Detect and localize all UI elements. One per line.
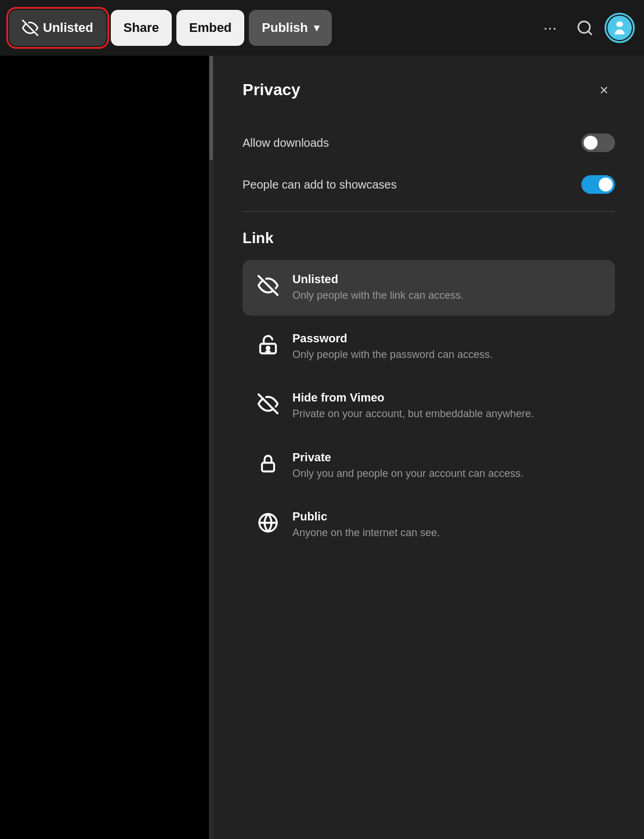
hide-from-vimeo-option-title: Hide from Vimeo <box>292 391 534 404</box>
allow-downloads-toggle[interactable] <box>581 133 615 152</box>
divider <box>243 211 615 212</box>
publish-label: Publish <box>262 20 307 35</box>
hide-from-vimeo-option-desc: Private on your account, but embeddable … <box>292 407 534 421</box>
public-option-text: Public Anyone on the internet can see. <box>292 510 440 540</box>
hide-from-vimeo-option-icon <box>256 392 280 415</box>
close-button[interactable]: × <box>593 79 615 101</box>
publish-button[interactable]: Publish ▾ <box>249 10 331 46</box>
toggle-knob <box>584 136 598 150</box>
more-options-button[interactable]: ··· <box>535 13 565 43</box>
svg-line-2 <box>588 31 591 34</box>
unlisted-option-text: Unlisted Only people with the link can a… <box>292 273 464 303</box>
showcases-toggle[interactable] <box>581 175 615 194</box>
unlisted-label: Unlisted <box>43 20 93 35</box>
main-area: Privacy × Allow downloads People can add… <box>0 56 644 839</box>
share-label: Share <box>124 20 159 35</box>
scrollbar-thumb <box>209 56 213 160</box>
private-option-icon <box>256 452 280 475</box>
password-option-text: Password Only people with the password c… <box>292 332 493 362</box>
password-option-icon <box>256 333 280 356</box>
private-option-text: Private Only you and people on your acco… <box>292 451 523 481</box>
hide-from-vimeo-option[interactable]: Hide from Vimeo Private on your account,… <box>243 378 615 434</box>
svg-point-5 <box>621 24 623 25</box>
avatar[interactable] <box>605 13 635 43</box>
toggle-knob <box>599 178 613 191</box>
embed-label: Embed <box>189 20 231 35</box>
hide-from-vimeo-option-text: Hide from Vimeo Private on your account,… <box>292 391 534 421</box>
avatar-face <box>607 16 632 40</box>
public-option-icon <box>256 511 280 534</box>
allow-downloads-label: Allow downloads <box>243 136 329 150</box>
showcases-row: People can add to showcases <box>243 164 615 205</box>
scrollbar-track[interactable] <box>209 56 214 839</box>
unlisted-option[interactable]: Unlisted Only people with the link can a… <box>243 260 615 316</box>
unlisted-option-desc: Only people with the link can access. <box>292 288 464 303</box>
face-icon <box>610 18 629 38</box>
privacy-panel: Privacy × Allow downloads People can add… <box>214 56 644 839</box>
public-option[interactable]: Public Anyone on the internet can see. <box>243 497 615 553</box>
embed-button[interactable]: Embed <box>176 10 244 46</box>
private-option-title: Private <box>292 451 523 464</box>
share-button[interactable]: Share <box>111 10 172 46</box>
search-button[interactable] <box>570 13 600 43</box>
chevron-down-icon: ▾ <box>314 21 319 34</box>
allow-downloads-row: Allow downloads <box>243 122 615 164</box>
link-section-title: Link <box>243 229 615 247</box>
public-option-title: Public <box>292 510 440 523</box>
unlisted-option-title: Unlisted <box>292 273 464 286</box>
eye-slash-icon <box>22 20 38 36</box>
video-panel <box>0 56 214 839</box>
private-option[interactable]: Private Only you and people on your acco… <box>243 438 615 494</box>
privacy-title: Privacy <box>243 81 301 99</box>
search-icon <box>576 19 594 37</box>
svg-point-4 <box>617 24 618 25</box>
password-option-desc: Only people with the password can access… <box>292 348 493 362</box>
password-option-title: Password <box>292 332 493 345</box>
unlisted-button[interactable]: Unlisted <box>9 10 106 46</box>
topbar: Unlisted Share Embed Publish ▾ ··· <box>0 0 644 56</box>
svg-rect-12 <box>262 462 274 471</box>
more-icon: ··· <box>543 19 556 37</box>
private-option-desc: Only you and people on your account can … <box>292 466 523 481</box>
unlisted-option-icon <box>256 274 280 297</box>
privacy-header: Privacy × <box>243 79 615 101</box>
showcases-label: People can add to showcases <box>243 178 397 191</box>
password-option[interactable]: Password Only people with the password c… <box>243 319 615 375</box>
public-option-desc: Anyone on the internet can see. <box>292 526 440 540</box>
